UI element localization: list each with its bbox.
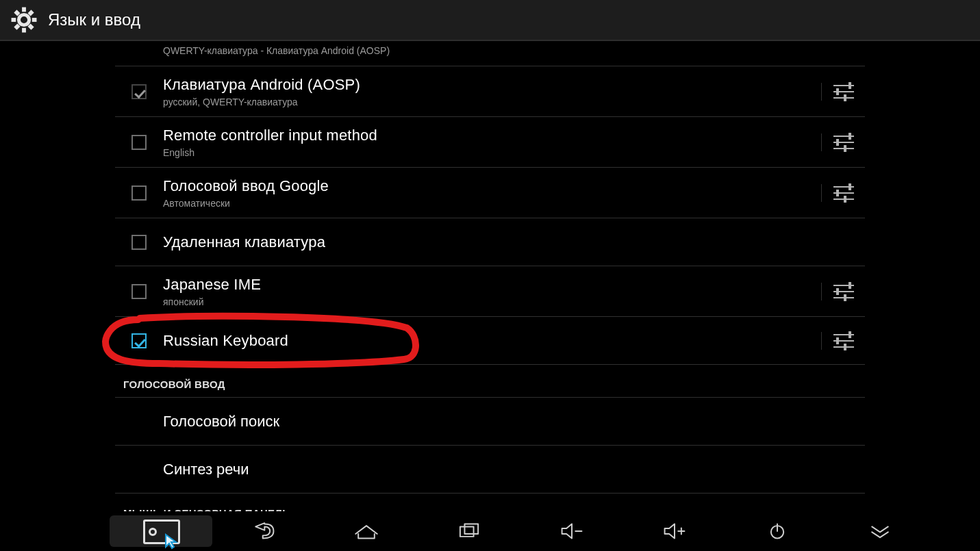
list-item-remote[interactable]: Remote controller input method English [115,117,865,168]
tune-icon [833,283,854,300]
item-title: Russian Keyboard [163,332,821,350]
item-subtitle: русский, QWERTY-клавиатура [163,97,821,107]
tune-icon [833,133,854,151]
checkbox[interactable] [131,84,147,99]
list-item-tts[interactable]: Синтез речи [115,446,865,494]
back-button[interactable] [212,511,315,551]
settings-list: По умолчанию QWERTY-клавиатура - Клавиат… [115,41,865,526]
checkbox[interactable] [131,135,147,150]
item-subtitle: QWERTY-клавиатура - Клавиатура Android (… [163,45,865,56]
checkbox[interactable] [131,284,147,299]
power-button[interactable] [726,511,829,551]
home-button[interactable] [315,511,418,551]
tune-icon [833,332,854,350]
recents-button[interactable] [418,511,520,551]
tune-icon [833,83,854,101]
settings-button[interactable] [821,133,865,151]
expand-button[interactable] [829,511,931,551]
settings-button[interactable] [821,83,865,101]
checkbox[interactable] [131,333,147,348]
list-item-voice-search[interactable]: Голосовой поиск [115,398,865,446]
item-title: Japanese IME [163,276,821,294]
list-item-gvoice[interactable]: Голосовой ввод Google Автоматически [115,168,865,218]
item-title: Голосовой ввод Google [163,177,821,195]
screenshot-button[interactable] [110,515,212,547]
item-title: Удаленная клавиатура [163,233,821,251]
section-voice-input: ГОЛОСОВОЙ ВВОД [115,365,865,398]
svg-line-6 [29,25,33,29]
screenshot-icon [140,517,181,546]
svg-line-8 [15,25,18,29]
item-title: Клавиатура Android (AOSP) [163,76,821,94]
gear-icon [10,5,38,34]
settings-button[interactable] [821,332,865,350]
svg-line-7 [29,11,33,14]
action-bar: Язык и ввод [0,0,980,41]
item-subtitle: Автоматически [163,198,821,209]
system-nav-bar [0,511,980,551]
svg-line-5 [15,11,18,14]
list-item-default[interactable]: По умолчанию QWERTY-клавиатура - Клавиат… [115,41,865,66]
svg-point-0 [18,14,29,25]
checkbox[interactable] [131,235,147,250]
item-title: Remote controller input method [163,127,821,144]
list-item-jime[interactable]: Japanese IME японский [115,266,865,317]
volume-up-button[interactable] [623,511,726,551]
list-item-rukb[interactable]: Russian Keyboard [115,317,865,365]
list-item-remotek[interactable]: Удаленная клавиатура [115,218,865,266]
checkbox[interactable] [131,185,147,201]
item-subtitle: японский [163,296,821,307]
settings-button[interactable] [821,283,865,300]
page-title: Язык и ввод [48,10,140,29]
list-item-aosp[interactable]: Клавиатура Android (AOSP) русский, QWERT… [115,66,865,117]
tune-icon [833,184,854,202]
item-title: По умолчанию [163,41,865,44]
settings-button[interactable] [821,184,865,202]
svg-rect-9 [460,526,474,536]
volume-down-button[interactable] [520,511,623,551]
item-subtitle: English [163,147,821,158]
svg-rect-10 [464,524,478,534]
